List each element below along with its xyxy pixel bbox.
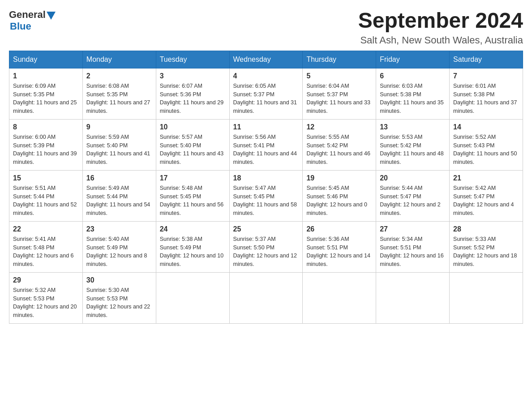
day-info: Sunrise: 5:49 AMSunset: 5:44 PMDaylight:… [86, 184, 152, 218]
day-info: Sunrise: 5:38 AMSunset: 5:49 PMDaylight:… [160, 235, 226, 269]
column-header-sunday: Sunday [9, 51, 83, 68]
day-number: 6 [380, 72, 446, 80]
day-info: Sunrise: 5:30 AMSunset: 5:53 PMDaylight:… [86, 286, 152, 320]
day-info: Sunrise: 5:41 AMSunset: 5:48 PMDaylight:… [13, 235, 79, 269]
calendar-cell: 18Sunrise: 5:47 AMSunset: 5:45 PMDayligh… [229, 170, 303, 221]
day-number: 7 [453, 72, 519, 80]
calendar-cell: 3Sunrise: 6:07 AMSunset: 5:36 PMDaylight… [156, 68, 229, 119]
calendar-table: SundayMondayTuesdayWednesdayThursdayFrid… [9, 51, 523, 324]
day-info: Sunrise: 5:34 AMSunset: 5:51 PMDaylight:… [380, 235, 446, 269]
day-info: Sunrise: 6:05 AMSunset: 5:37 PMDaylight:… [233, 82, 299, 116]
title-section: September 2024 Salt Ash, New South Wales… [358, 9, 523, 46]
day-number: 1 [13, 72, 79, 80]
calendar-cell: 15Sunrise: 5:51 AMSunset: 5:44 PMDayligh… [9, 170, 83, 221]
day-number: 16 [86, 174, 152, 182]
day-number: 21 [453, 174, 519, 182]
column-header-monday: Monday [82, 51, 156, 68]
calendar-cell: 1Sunrise: 6:09 AMSunset: 5:35 PMDaylight… [9, 68, 83, 119]
day-info: Sunrise: 5:52 AMSunset: 5:43 PMDaylight:… [453, 133, 519, 167]
day-info: Sunrise: 5:33 AMSunset: 5:52 PMDaylight:… [453, 235, 519, 269]
calendar-cell: 22Sunrise: 5:41 AMSunset: 5:48 PMDayligh… [9, 221, 83, 272]
day-info: Sunrise: 5:55 AMSunset: 5:42 PMDaylight:… [306, 133, 372, 167]
day-number: 22 [13, 225, 79, 233]
calendar-cell [229, 272, 303, 323]
calendar-cell: 2Sunrise: 6:08 AMSunset: 5:35 PMDaylight… [82, 68, 156, 119]
day-info: Sunrise: 5:42 AMSunset: 5:47 PMDaylight:… [453, 184, 519, 218]
day-number: 5 [306, 72, 372, 80]
day-info: Sunrise: 5:37 AMSunset: 5:50 PMDaylight:… [233, 235, 299, 269]
day-info: Sunrise: 6:04 AMSunset: 5:37 PMDaylight:… [306, 82, 372, 116]
day-number: 24 [160, 225, 226, 233]
calendar-cell: 8Sunrise: 6:00 AMSunset: 5:39 PMDaylight… [9, 119, 83, 170]
logo: General Blue [9, 9, 56, 32]
column-header-wednesday: Wednesday [229, 51, 303, 68]
logo-triangle-icon [47, 12, 56, 20]
day-number: 14 [453, 123, 519, 131]
day-info: Sunrise: 6:07 AMSunset: 5:36 PMDaylight:… [160, 82, 226, 116]
day-number: 4 [233, 72, 299, 80]
calendar-cell: 27Sunrise: 5:34 AMSunset: 5:51 PMDayligh… [376, 221, 450, 272]
day-info: Sunrise: 5:40 AMSunset: 5:49 PMDaylight:… [86, 235, 152, 269]
week-row-3: 15Sunrise: 5:51 AMSunset: 5:44 PMDayligh… [9, 170, 523, 221]
day-info: Sunrise: 5:48 AMSunset: 5:45 PMDaylight:… [160, 184, 226, 218]
day-info: Sunrise: 6:01 AMSunset: 5:38 PMDaylight:… [453, 82, 519, 116]
day-number: 25 [233, 225, 299, 233]
day-number: 15 [13, 174, 79, 182]
calendar-cell: 9Sunrise: 5:59 AMSunset: 5:40 PMDaylight… [82, 119, 156, 170]
day-info: Sunrise: 6:09 AMSunset: 5:35 PMDaylight:… [13, 82, 79, 116]
day-number: 8 [13, 123, 79, 131]
day-info: Sunrise: 5:44 AMSunset: 5:47 PMDaylight:… [380, 184, 446, 218]
calendar-cell: 26Sunrise: 5:36 AMSunset: 5:51 PMDayligh… [303, 221, 376, 272]
day-number: 29 [13, 276, 79, 284]
calendar-cell: 28Sunrise: 5:33 AMSunset: 5:52 PMDayligh… [450, 221, 523, 272]
logo-general-text: General [9, 9, 46, 21]
day-number: 13 [380, 123, 446, 131]
page-header: General Blue September 2024 Salt Ash, Ne… [9, 9, 523, 46]
day-number: 11 [233, 123, 299, 131]
calendar-cell: 6Sunrise: 6:03 AMSunset: 5:38 PMDaylight… [376, 68, 450, 119]
calendar-cell: 21Sunrise: 5:42 AMSunset: 5:47 PMDayligh… [450, 170, 523, 221]
day-number: 12 [306, 123, 372, 131]
calendar-cell: 20Sunrise: 5:44 AMSunset: 5:47 PMDayligh… [376, 170, 450, 221]
day-number: 2 [86, 72, 152, 80]
calendar-cell: 14Sunrise: 5:52 AMSunset: 5:43 PMDayligh… [450, 119, 523, 170]
calendar-cell: 7Sunrise: 6:01 AMSunset: 5:38 PMDaylight… [450, 68, 523, 119]
day-number: 3 [160, 72, 226, 80]
calendar-cell: 24Sunrise: 5:38 AMSunset: 5:49 PMDayligh… [156, 221, 229, 272]
calendar-cell: 4Sunrise: 6:05 AMSunset: 5:37 PMDaylight… [229, 68, 303, 119]
calendar-cell: 29Sunrise: 5:32 AMSunset: 5:53 PMDayligh… [9, 272, 83, 323]
calendar-header-row: SundayMondayTuesdayWednesdayThursdayFrid… [9, 51, 523, 68]
calendar-cell [376, 272, 450, 323]
calendar-cell: 5Sunrise: 6:04 AMSunset: 5:37 PMDaylight… [303, 68, 376, 119]
calendar-cell [303, 272, 376, 323]
day-info: Sunrise: 6:00 AMSunset: 5:39 PMDaylight:… [13, 133, 79, 167]
week-row-2: 8Sunrise: 6:00 AMSunset: 5:39 PMDaylight… [9, 119, 523, 170]
calendar-cell: 11Sunrise: 5:56 AMSunset: 5:41 PMDayligh… [229, 119, 303, 170]
column-header-friday: Friday [376, 51, 450, 68]
day-info: Sunrise: 5:59 AMSunset: 5:40 PMDaylight:… [86, 133, 152, 167]
calendar-cell: 16Sunrise: 5:49 AMSunset: 5:44 PMDayligh… [82, 170, 156, 221]
day-number: 17 [160, 174, 226, 182]
day-number: 27 [380, 225, 446, 233]
calendar-cell [450, 272, 523, 323]
calendar-cell [156, 272, 229, 323]
day-info: Sunrise: 5:51 AMSunset: 5:44 PMDaylight:… [13, 184, 79, 218]
week-row-4: 22Sunrise: 5:41 AMSunset: 5:48 PMDayligh… [9, 221, 523, 272]
calendar-cell: 23Sunrise: 5:40 AMSunset: 5:49 PMDayligh… [82, 221, 156, 272]
calendar-cell: 10Sunrise: 5:57 AMSunset: 5:40 PMDayligh… [156, 119, 229, 170]
day-number: 18 [233, 174, 299, 182]
week-row-5: 29Sunrise: 5:32 AMSunset: 5:53 PMDayligh… [9, 272, 523, 323]
day-info: Sunrise: 5:36 AMSunset: 5:51 PMDaylight:… [306, 235, 372, 269]
day-number: 9 [86, 123, 152, 131]
day-number: 28 [453, 225, 519, 233]
calendar-cell: 17Sunrise: 5:48 AMSunset: 5:45 PMDayligh… [156, 170, 229, 221]
day-info: Sunrise: 6:08 AMSunset: 5:35 PMDaylight:… [86, 82, 152, 116]
column-header-thursday: Thursday [303, 51, 376, 68]
day-number: 10 [160, 123, 226, 131]
column-header-saturday: Saturday [450, 51, 523, 68]
column-header-tuesday: Tuesday [156, 51, 229, 68]
day-number: 19 [306, 174, 372, 182]
day-info: Sunrise: 5:45 AMSunset: 5:46 PMDaylight:… [306, 184, 372, 218]
day-info: Sunrise: 5:47 AMSunset: 5:45 PMDaylight:… [233, 184, 299, 218]
calendar-cell: 19Sunrise: 5:45 AMSunset: 5:46 PMDayligh… [303, 170, 376, 221]
